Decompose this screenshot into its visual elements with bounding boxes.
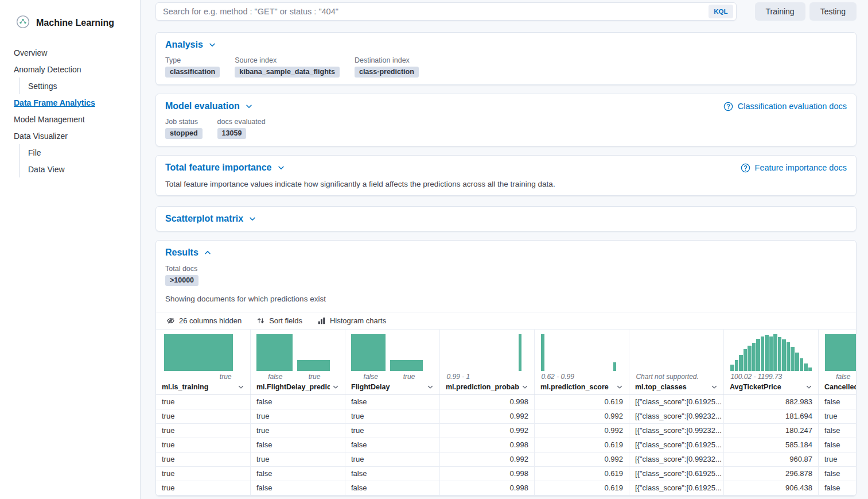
table-cell: true bbox=[156, 424, 251, 438]
column-header-cancelled[interactable]: falseCancelled bbox=[819, 330, 856, 394]
column-header-ml-top-classes[interactable]: Chart not supported.ml.top_classes bbox=[629, 330, 724, 394]
column-histogram bbox=[824, 334, 856, 371]
table-cell: [{"class_score":[0.99232... bbox=[629, 409, 724, 423]
table-cell: true bbox=[251, 409, 345, 423]
docs-link-label: Feature importance docs bbox=[755, 163, 847, 172]
26-columns-hidden-button[interactable]: 26 columns hidden bbox=[162, 315, 246, 327]
model-evaluation-panel-head: Model evaluation Classification evaluati… bbox=[165, 101, 847, 111]
histogram-labels: 0.62 - 0.99 bbox=[540, 372, 623, 382]
scatterplot-accordion-toggle[interactable]: Scatterplot matrix bbox=[165, 214, 256, 224]
field-job-status: Job statusstopped bbox=[165, 118, 203, 139]
column-header-ml-prediction-probability[interactable]: 0.99 - 1ml.prediction_probability bbox=[440, 330, 535, 394]
histogram-labels: false bbox=[824, 372, 856, 382]
eye-closed-icon bbox=[166, 316, 175, 325]
chevron-down-icon[interactable] bbox=[521, 384, 528, 390]
feature-importance-panel: Total feature importance Feature importa… bbox=[155, 155, 857, 196]
sidebar-item-file[interactable]: File bbox=[19, 144, 140, 161]
histogram-axis-label: false bbox=[364, 373, 378, 381]
table-cell: true bbox=[819, 452, 856, 466]
sidebar-item-overview[interactable]: Overview bbox=[0, 44, 140, 61]
total-docs-badge: >10000 bbox=[165, 275, 198, 286]
histogram-axis-label: 0.62 - 0.99 bbox=[541, 373, 574, 381]
field-source-index: Source indexkibana_sample_data_flights bbox=[235, 56, 340, 78]
column-header-flightdelay[interactable]: falsetrueFlightDelay bbox=[345, 330, 440, 394]
chevron-up-icon bbox=[204, 249, 212, 257]
classification-evaluation-docs-link[interactable]: Classification evaluation docs bbox=[723, 102, 847, 111]
table-cell: [{"class_score":[0.99232... bbox=[629, 424, 724, 438]
histogram-bar bbox=[800, 358, 804, 371]
sidebar-item-data-visualizer[interactable]: Data Visualizer bbox=[0, 127, 140, 144]
field-type: Typeclassification bbox=[165, 56, 220, 78]
chevron-down-icon[interactable] bbox=[616, 384, 623, 390]
histogram-icon bbox=[317, 316, 326, 325]
table-cell: true bbox=[251, 424, 345, 438]
chevron-down-icon[interactable] bbox=[238, 384, 244, 390]
sidebar-item-settings[interactable]: Settings bbox=[19, 78, 140, 94]
table-cell: false bbox=[345, 481, 440, 495]
training-button[interactable]: Training bbox=[755, 2, 805, 21]
sidebar-item-data-frame-analytics[interactable]: Data Frame Analytics bbox=[0, 94, 140, 111]
table-cell: true bbox=[156, 452, 251, 466]
panel-title: Scatterplot matrix bbox=[165, 214, 243, 224]
chevron-down-icon[interactable] bbox=[711, 384, 718, 390]
sidebar-item-data-view[interactable]: Data View bbox=[19, 161, 140, 177]
column-header-ml-prediction-score[interactable]: 0.62 - 0.99ml.prediction_score bbox=[535, 330, 629, 394]
column-header-ml-flightdelay-prediction[interactable]: falsetrueml.FlightDelay_prediction bbox=[251, 330, 345, 394]
search-input[interactable] bbox=[163, 7, 709, 16]
table-cell: 0.619 bbox=[535, 395, 629, 409]
chevron-down-icon[interactable] bbox=[805, 384, 812, 390]
feature-importance-panel-head: Total feature importance Feature importa… bbox=[165, 163, 847, 173]
field-value-badge: stopped bbox=[165, 128, 203, 139]
column-name: FlightDelay bbox=[351, 383, 425, 391]
sidebar-item-model-management[interactable]: Model Management bbox=[0, 111, 140, 127]
column-header-avgticketprice[interactable]: 100.02 - 1199.73AvgTicketPrice bbox=[724, 330, 819, 394]
table-cell: 180.247 bbox=[724, 424, 819, 438]
column-histogram bbox=[635, 334, 718, 371]
table-cell: false bbox=[345, 438, 440, 452]
chevron-down-icon[interactable] bbox=[427, 384, 434, 390]
sidebar-item-anomaly-detection[interactable]: Anomaly Detection bbox=[0, 61, 140, 78]
docs-link-label: Classification evaluation docs bbox=[738, 102, 847, 111]
table-cell: false bbox=[251, 438, 345, 452]
scatterplot-panel-head: Scatterplot matrix bbox=[165, 214, 847, 224]
column-name: ml.top_classes bbox=[635, 383, 709, 391]
column-histogram bbox=[446, 334, 528, 371]
field-label: Type bbox=[165, 56, 220, 64]
histogram-labels: 0.99 - 1 bbox=[446, 372, 528, 382]
column-name-row: ml.FlightDelay_prediction bbox=[256, 382, 339, 394]
sidebar-header: Machine Learning bbox=[0, 0, 140, 43]
column-histogram bbox=[540, 334, 623, 371]
field-destination-index: Destination indexclass-prediction bbox=[355, 56, 419, 78]
table-cell: false bbox=[819, 395, 856, 409]
histogram-charts-button[interactable]: Histogram charts bbox=[313, 315, 391, 327]
feature-importance-accordion-toggle[interactable]: Total feature importance bbox=[165, 163, 285, 173]
chevron-down-icon bbox=[248, 215, 256, 223]
histogram-bar bbox=[256, 334, 293, 371]
chevron-down-icon[interactable] bbox=[332, 384, 339, 390]
feature-importance-docs-link[interactable]: Feature importance docs bbox=[741, 163, 847, 173]
column-header-ml-is-training[interactable]: trueml.is_training bbox=[156, 330, 251, 394]
analysis-accordion-toggle[interactable]: Analysis bbox=[165, 40, 216, 50]
sort-fields-button[interactable]: Sort fields bbox=[252, 315, 307, 327]
column-name-row: Cancelled bbox=[824, 382, 856, 394]
grid-body: truefalsefalse0.9980.619[{"class_score":… bbox=[156, 395, 856, 496]
field-label: Source index bbox=[235, 56, 340, 64]
table-cell: false bbox=[251, 395, 345, 409]
analysis-panel: Analysis TypeclassificationSource indexk… bbox=[155, 32, 857, 85]
column-name-row: ml.prediction_probability bbox=[446, 382, 528, 394]
testing-button[interactable]: Testing bbox=[809, 2, 857, 21]
app-root: Machine Learning OverviewAnomaly Detecti… bbox=[0, 0, 868, 499]
histogram-bar bbox=[613, 362, 617, 371]
table-cell: 0.992 bbox=[440, 452, 535, 466]
model-evaluation-accordion-toggle[interactable]: Model evaluation bbox=[165, 101, 253, 111]
kql-button[interactable]: KQL bbox=[709, 5, 733, 18]
column-histogram bbox=[730, 334, 812, 371]
chevron-down-icon bbox=[277, 164, 285, 172]
field-label: Destination index bbox=[355, 56, 419, 64]
results-accordion-toggle[interactable]: Results bbox=[165, 247, 847, 258]
field-value-badge: 13059 bbox=[217, 128, 247, 139]
table-cell: 960.87 bbox=[724, 452, 819, 466]
table-cell: false bbox=[251, 467, 345, 481]
histogram-bar bbox=[761, 336, 765, 371]
column-name: AvgTicketPrice bbox=[730, 383, 803, 391]
